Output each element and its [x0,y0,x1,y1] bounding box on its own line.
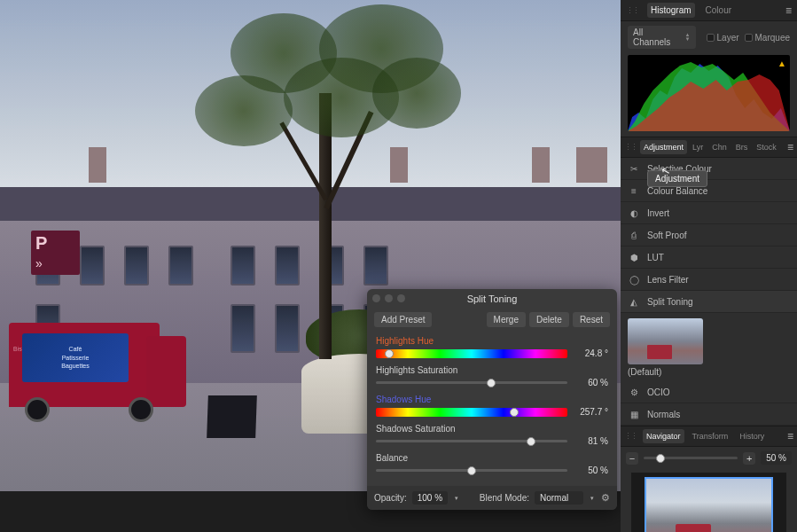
add-preset-button[interactable]: Add Preset [374,312,432,327]
window [168,246,193,286]
grip-icon[interactable]: ⋮⋮ [624,432,637,441]
adj-soft-proof[interactable]: ⎙ Soft Proof [621,224,797,246]
chimney [576,147,607,183]
highlights-sat-value[interactable]: 60 % [574,378,608,387]
chimney [532,147,550,183]
tooltip: Adjustment [647,170,707,187]
zoom-out-button[interactable]: − [626,452,638,465]
highlights-sat-slider[interactable] [376,381,567,384]
balance-value[interactable]: 50 % [574,466,608,475]
adj-normals[interactable]: ▦ Normals [621,403,797,426]
highlights-hue-value[interactable]: 24.8 ° [574,348,608,358]
adj-invert[interactable]: ◐ Invert [621,202,797,224]
grip-icon[interactable]: ⋮⋮ [626,6,638,15]
chimney [89,147,106,183]
panel-title: Split Toning [467,293,518,304]
balance-label: Balance [376,453,608,463]
highlights-sat-label: Highlights Saturation [376,365,608,375]
highlights-hue-label: Highlights Hue [376,336,608,346]
blend-mode-label: Blend Mode: [480,493,529,503]
panel-settings-icon[interactable]: ⚙ [601,492,610,504]
tab-stock[interactable]: Stock [753,140,780,154]
shadows-hue-value[interactable]: 257.7 ° [574,407,608,417]
delete-button[interactable]: Delete [529,312,569,327]
shadows-hue-label: Shadows Hue [376,395,608,404]
opacity-label: Opacity: [374,493,407,503]
printer-icon: ⎙ [628,229,640,241]
panel-menu-icon[interactable]: ≡ [787,141,793,153]
panel-menu-icon[interactable]: ≡ [787,430,793,442]
marquee-checkbox[interactable]: Marquee [745,33,790,43]
shadows-hue-slider[interactable] [376,408,567,417]
tab-adjustment[interactable]: Adjustment [640,140,687,154]
tab-brushes[interactable]: Brs [732,140,752,154]
truck-menu-line: Baguettes [61,362,90,371]
panel-menu-icon[interactable]: ≡ [785,4,792,17]
clipping-warning-icon[interactable]: ▲ [777,59,786,68]
gear-icon: ⚙ [628,386,640,398]
merge-button[interactable]: Merge [487,312,526,327]
food-truck: Bistrot food to go Café Patisserie Bague… [9,305,186,411]
channel-value: All Channels [633,27,681,47]
shadows-sat-label: Shadows Saturation [376,424,608,434]
right-sidebar: ⋮⋮ Histogram Colour ≡ All Channels ▲▼ La… [621,0,797,532]
tab-layers[interactable]: Lyr [689,140,707,154]
tab-navigator[interactable]: Navigator [643,429,684,443]
tab-transform[interactable]: Transform [689,429,732,443]
invert-icon: ◐ [628,207,640,219]
adj-split-toning[interactable]: ◭ Split Toning [621,291,797,313]
sign-letter: P [31,231,80,256]
opacity-stepper[interactable]: ▾ [453,495,460,502]
layer-checkbox[interactable]: Layer [707,33,739,43]
circle-icon: ◯ [628,273,640,286]
channel-dropdown[interactable]: All Channels ▲▼ [628,26,696,49]
sign-arrow: » [31,256,80,270]
shadows-sat-value[interactable]: 81 % [574,436,608,446]
navigator-viewport[interactable] [645,477,773,532]
window-controls[interactable] [372,294,405,302]
tab-channels[interactable]: Chn [708,140,731,154]
histogram-display: ▲ [628,55,790,131]
blend-mode-dropdown[interactable]: ▾ [589,495,596,502]
balance-slider[interactable] [376,469,567,472]
tab-histogram[interactable]: Histogram [647,3,695,18]
cube-icon: ⬢ [628,251,640,263]
black-cube [207,395,257,438]
preset-thumbnail[interactable] [628,318,703,364]
navigator-preview[interactable] [631,473,786,532]
panel-title-bar[interactable]: Split Toning [367,289,617,309]
truck-menu-line: Café [69,345,82,354]
normals-icon: ▦ [628,408,640,420]
sliders-icon: ≡ [628,184,640,197]
reset-button[interactable]: Reset [573,312,610,327]
preset-label: (Default) [628,364,790,379]
grip-icon[interactable]: ⋮⋮ [624,143,637,152]
truck-menu-line: Patisserie [62,354,90,363]
adj-selective-colour[interactable]: ↖ ✂ Selective Colour Adjustment [621,158,797,180]
adj-ocio[interactable]: ⚙ OCIO [621,381,797,403]
window [80,246,105,286]
zoom-value[interactable]: 50 % [761,451,792,465]
blend-mode-value[interactable]: Normal [535,491,583,505]
adj-lut[interactable]: ⬢ LUT [621,246,797,269]
shadows-sat-slider[interactable] [376,440,567,442]
adj-lens-filter[interactable]: ◯ Lens Filter [621,269,797,291]
opacity-value[interactable]: 100 % [412,491,448,505]
highlights-hue-slider[interactable] [376,349,567,358]
tab-history[interactable]: History [736,429,768,443]
zoom-slider[interactable] [644,457,738,459]
zoom-in-button[interactable]: + [743,452,755,465]
split-icon: ◭ [628,295,640,308]
parking-sign: P » [31,231,80,275]
tab-colour[interactable]: Colour [702,3,735,18]
window [124,246,149,286]
split-toning-panel[interactable]: Split Toning Add Preset Merge Delete Res… [367,289,617,510]
scissors-icon: ✂ [628,162,640,175]
